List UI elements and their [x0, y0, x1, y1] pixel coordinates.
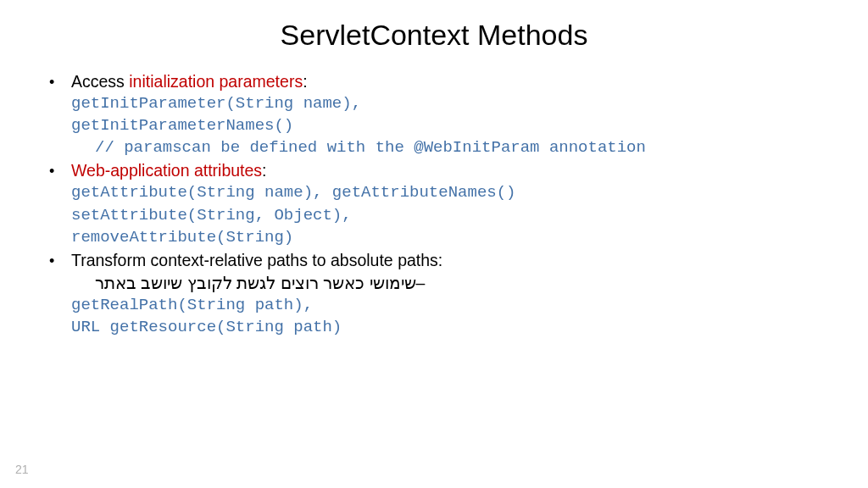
dash-icon: – [416, 272, 431, 294]
code-line-1b: getInitParameterNames() [71, 115, 821, 136]
sub-bullet-text: שימושי כאשר רוצים לגשת לקובץ שיושב באתר [95, 272, 416, 294]
slide-title: ServletContext Methods [47, 19, 821, 52]
code-line-1c: // paramscan be defined with the @WebIni… [95, 137, 821, 159]
bullet-item-1: Access initialization parameters: [47, 70, 821, 92]
b2-red: Web-application attributes [71, 161, 262, 180]
bullet-icon [47, 70, 71, 92]
bullet-item-3: Transform context-relative paths to abso… [47, 249, 821, 271]
bullet-text-2: Web-application attributes: [71, 159, 821, 181]
bullet-text-3: Transform context-relative paths to abso… [71, 249, 821, 271]
bullet-icon [47, 249, 71, 271]
b1-suffix: : [303, 72, 307, 91]
bullet-item-2: Web-application attributes: [47, 159, 821, 181]
code-line-2b: setAttribute(String, Object), [71, 205, 821, 226]
bullet-icon [47, 159, 71, 181]
slide: ServletContext Methods Access initializa… [0, 0, 868, 488]
code-line-3a: getRealPath(String path), [71, 295, 821, 316]
page-number: 21 [15, 463, 29, 476]
slide-content: Access initialization parameters: getIni… [47, 70, 821, 338]
bullet-text-1: Access initialization parameters: [71, 70, 821, 92]
code-line-1a: getInitParameter(String name), [71, 93, 821, 114]
code-line-2a: getAttribute(String name), getAttributeN… [71, 182, 821, 203]
b1-prefix: Access [71, 72, 129, 91]
b2-suffix: : [262, 161, 266, 180]
code-line-2c: removeAttribute(String) [71, 227, 821, 248]
b1-red: initialization parameters [129, 72, 303, 91]
code-line-3b: URL getResource(String path) [71, 317, 821, 338]
sub-bullet-3: – שימושי כאשר רוצים לגשת לקובץ שיושב באת… [95, 272, 821, 294]
